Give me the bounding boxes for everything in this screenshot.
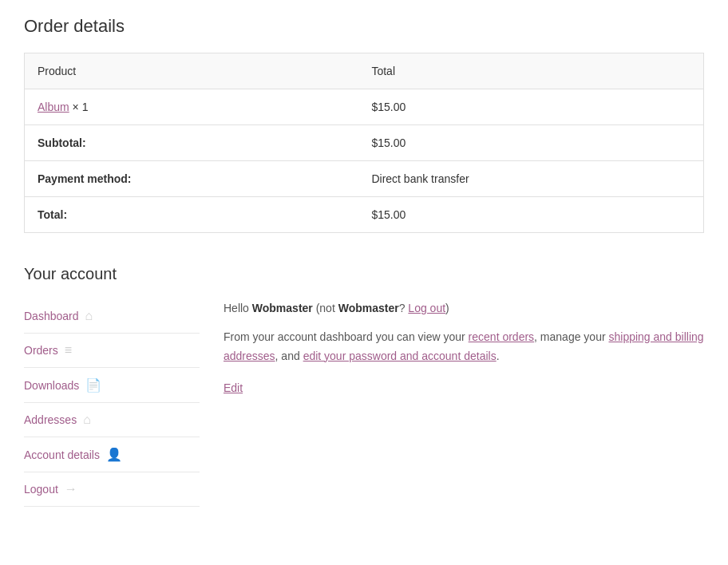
order-subtotal-row: Subtotal: $15.00	[25, 125, 704, 161]
payment-method-label: Payment method:	[25, 161, 359, 197]
order-product-cell: Album × 1	[25, 89, 359, 125]
order-details-table: Product Total Album × 1 $15.00 Subtotal:…	[24, 53, 704, 233]
desc-and: , and	[275, 350, 303, 362]
desc-mid: , manage your	[534, 330, 608, 343]
account-content: Hello Wobmaster (not Wobmaster? Log out)…	[200, 299, 704, 507]
order-details-title: Order details	[24, 16, 704, 37]
subtotal-value: $15.00	[358, 125, 703, 161]
recent-orders-link[interactable]: recent orders	[469, 330, 534, 343]
product-link[interactable]: Album	[38, 101, 69, 113]
order-product-total: $15.00	[358, 89, 703, 125]
nav-item-account-details[interactable]: Account details👤	[24, 437, 200, 472]
nav-label-orders: Orders	[24, 344, 58, 357]
account-description: From your account dashboard you can view…	[224, 328, 704, 366]
greeting-not-name: Wobmaster	[338, 302, 399, 314]
product-qty: × 1	[73, 101, 89, 113]
account-section: Dashboard⌂Orders≡Downloads📄Addresses⌂Acc…	[24, 299, 704, 507]
col-total: Total	[358, 53, 703, 89]
account-nav: Dashboard⌂Orders≡Downloads📄Addresses⌂Acc…	[24, 299, 200, 507]
nav-label-dashboard: Dashboard	[24, 310, 79, 322]
nav-item-logout[interactable]: Logout→	[24, 472, 200, 507]
nav-icon-orders: ≡	[65, 343, 72, 358]
nav-icon-account-details: 👤	[106, 447, 122, 462]
nav-icon-downloads: 📄	[85, 377, 101, 393]
nav-icon-dashboard: ⌂	[85, 309, 93, 323]
order-product-row: Album × 1 $15.00	[25, 89, 704, 125]
greeting-end: ?	[399, 302, 406, 314]
order-total-row: Total: $15.00	[25, 197, 704, 233]
nav-item-dashboard[interactable]: Dashboard⌂	[24, 299, 200, 334]
total-label: Total:	[25, 197, 359, 233]
nav-label-downloads: Downloads	[24, 379, 79, 392]
greeting-close-paren: )	[445, 302, 449, 314]
nav-item-addresses[interactable]: Addresses⌂	[24, 403, 200, 437]
nav-icon-addresses: ⌂	[83, 413, 91, 427]
account-greeting: Hello Wobmaster (not Wobmaster? Log out)	[224, 299, 704, 318]
logout-link[interactable]: Log out	[408, 302, 445, 314]
nav-item-orders[interactable]: Orders≡	[24, 334, 200, 368]
greeting-not: (not	[313, 302, 338, 314]
desc-suffix: .	[497, 350, 500, 362]
edit-link[interactable]: Edit	[224, 381, 243, 394]
nav-label-logout: Logout	[24, 483, 58, 496]
greeting-name: Wobmaster	[252, 302, 313, 314]
subtotal-label: Subtotal:	[25, 125, 359, 161]
nav-label-account-details: Account details	[24, 448, 100, 461]
nav-label-addresses: Addresses	[24, 413, 77, 426]
desc-prefix: From your account dashboard you can view…	[224, 330, 469, 343]
order-payment-row: Payment method: Direct bank transfer	[25, 161, 704, 197]
nav-icon-logout: →	[65, 482, 77, 496]
total-value: $15.00	[358, 197, 703, 233]
nav-item-downloads[interactable]: Downloads📄	[24, 368, 200, 403]
col-product: Product	[25, 53, 359, 89]
greeting-hello: Hello	[224, 302, 252, 314]
your-account-title: Your account	[24, 265, 704, 283]
payment-method-value: Direct bank transfer	[358, 161, 703, 197]
edit-account-link[interactable]: edit your password and account details	[303, 350, 497, 362]
